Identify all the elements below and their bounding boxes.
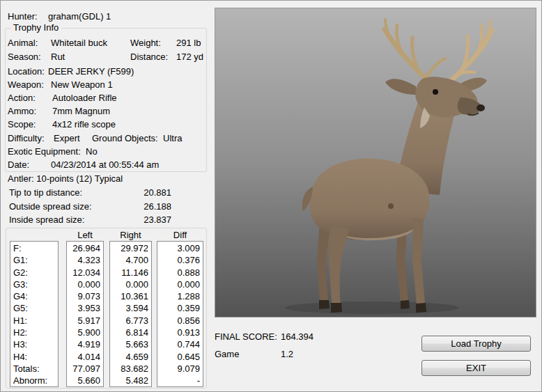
measure-left-value: 9.073 [67, 290, 103, 302]
exit-button[interactable]: EXIT [421, 360, 531, 376]
measure-right-value: 5.663 [110, 338, 151, 350]
measure-left-value: 5.900 [67, 327, 103, 338]
measure-row-label: H1: [10, 315, 58, 327]
ground-objects-label: Ground Objects: [92, 133, 158, 143]
difficulty-label: Difficulty: [8, 133, 45, 143]
season-label: Season: [8, 52, 41, 62]
weapon-label: Weapon: [8, 79, 44, 90]
measure-right-value: 10.361 [110, 290, 151, 302]
measure-row-label: F: [10, 242, 58, 254]
measure-diff-value: 3.009 [157, 242, 203, 254]
measurements-groupbox: Left Right Diff F: G1: G2: G3: G4: G5: H… [6, 228, 207, 389]
measure-right-value: 0.000 [110, 279, 151, 290]
final-score-value: 164.394 [281, 331, 313, 342]
measure-row-label: G5: [10, 302, 58, 314]
measure-row-label: G1: [10, 254, 58, 266]
measure-right-value: 29.972 [110, 242, 151, 254]
tip-to-tip-label: Tip to tip distance: [9, 187, 82, 198]
date-value: 04/23/2014 at 00:55:44 am [51, 159, 159, 170]
outside-spread-label: Outside spread size: [9, 201, 92, 212]
action-value: Autoloader Rifle [52, 93, 117, 103]
measure-row-label: G2: [10, 267, 58, 279]
measure-right-value: 11.146 [110, 267, 151, 279]
measure-row-label: G4: [10, 290, 58, 302]
measure-left-value: 5.917 [67, 315, 103, 327]
ammo-value: 7mm Magnum [52, 106, 110, 116]
exotic-equipment-value: No [86, 146, 98, 157]
ground-objects-value: Ultra [163, 133, 182, 143]
measure-diff-value: 0.359 [157, 302, 203, 314]
animal-value: Whitetail buck [51, 38, 107, 48]
game-version-label: Game [215, 349, 239, 359]
measure-diff-value: 0.376 [157, 254, 203, 266]
location-value: DEER JERKY (F599) [48, 66, 134, 77]
measure-row-label: H4: [10, 351, 58, 363]
measure-diff-value: 0.856 [157, 315, 203, 327]
final-score-label: FINAL SCORE: [215, 331, 277, 342]
measure-diff-value: 0.000 [157, 279, 203, 290]
weapon-value: New Weapon 1 [51, 79, 113, 90]
measure-left-value: 4.919 [67, 338, 103, 350]
measure-left-value: 12.034 [67, 267, 103, 279]
measure-right-value: 5.482 [110, 375, 151, 386]
measure-diff-value: 1.288 [157, 290, 203, 302]
measure-diff-value: 0.888 [157, 267, 203, 279]
measure-row-label: H3: [10, 338, 58, 350]
weight-label: Weight: [130, 38, 161, 48]
column-header-diff: Diff [157, 230, 203, 240]
trophy-info-group-title: Trophy Info [10, 22, 61, 33]
measure-diff-value: - [157, 375, 203, 386]
measure-left-value: 4.323 [67, 254, 103, 266]
exotic-equipment-label: Exotic Equipment: [8, 146, 81, 157]
action-label: Action: [8, 93, 36, 103]
scope-value: 4x12 rifle scope [52, 119, 116, 130]
measure-right-value: 4.700 [110, 254, 151, 266]
antler-summary: Antler: 10-points (12) Typical [8, 173, 123, 184]
animal-label: Animal: [8, 38, 38, 48]
measure-left-value: 0.000 [67, 279, 103, 290]
measure-diff-listbox[interactable]: 3.009 0.376 0.888 0.000 1.288 0.359 0.85… [157, 241, 203, 387]
measure-labels-listbox[interactable]: F: G1: G2: G3: G4: G5: H1: H2: H3: H4: T… [10, 241, 59, 387]
measure-right-value: 4.659 [110, 351, 151, 363]
difficulty-value: Expert [54, 133, 80, 143]
season-value: Rut [51, 52, 65, 62]
measure-left-value: 3.953 [67, 302, 103, 314]
ammo-label: Ammo: [8, 106, 36, 116]
game-version-value: 1.2 [281, 349, 293, 359]
column-header-left: Left [66, 230, 104, 240]
date-label: Date: [8, 159, 29, 170]
load-trophy-button[interactable]: Load Trophy [421, 336, 531, 352]
measure-diff-value: 0.913 [157, 327, 203, 338]
measure-left-value: 77.097 [67, 363, 103, 375]
measure-right-value: 83.682 [110, 363, 151, 375]
distance-value: 172 yd [176, 52, 203, 62]
distance-label: Distance: [130, 52, 168, 62]
measure-left-value: 4.014 [67, 351, 103, 363]
outside-spread-value: 26.188 [133, 201, 171, 212]
location-label: Location: [8, 66, 45, 77]
trophy-info-window: Hunter: graham(GDL) 1 Trophy Info Animal… [0, 0, 542, 392]
tip-to-tip-value: 20.881 [133, 187, 171, 198]
column-header-right: Right [109, 230, 152, 240]
weight-value: 291 lb [176, 38, 201, 48]
measure-row-label: G3: [10, 279, 58, 290]
measure-right-value: 6.814 [110, 327, 151, 338]
inside-spread-value: 23.837 [133, 214, 171, 225]
measure-row-label: Totals: [10, 363, 58, 375]
trophy-3d-viewer[interactable] [215, 8, 536, 317]
measure-right-value: 3.594 [110, 302, 151, 314]
hunter-label: Hunter: [8, 11, 38, 22]
scope-label: Scope: [8, 119, 36, 130]
inside-spread-label: Inside spread size: [9, 214, 84, 225]
measure-left-value: 26.964 [67, 242, 103, 254]
measure-row-label: H2: [10, 327, 58, 338]
measure-row-label: Abnorm: [10, 375, 58, 386]
measure-diff-value: 0.645 [157, 351, 203, 363]
hunter-value: graham(GDL) 1 [48, 11, 111, 22]
measure-left-listbox[interactable]: 26.964 4.323 12.034 0.000 9.073 3.953 5.… [66, 241, 104, 387]
measure-diff-value: 0.744 [157, 338, 203, 350]
measure-right-value: 6.773 [110, 315, 151, 327]
measure-left-value: 5.660 [67, 375, 103, 386]
measure-diff-value: 9.079 [157, 363, 203, 375]
measure-right-listbox[interactable]: 29.972 4.700 11.146 0.000 10.361 3.594 6… [109, 241, 152, 387]
